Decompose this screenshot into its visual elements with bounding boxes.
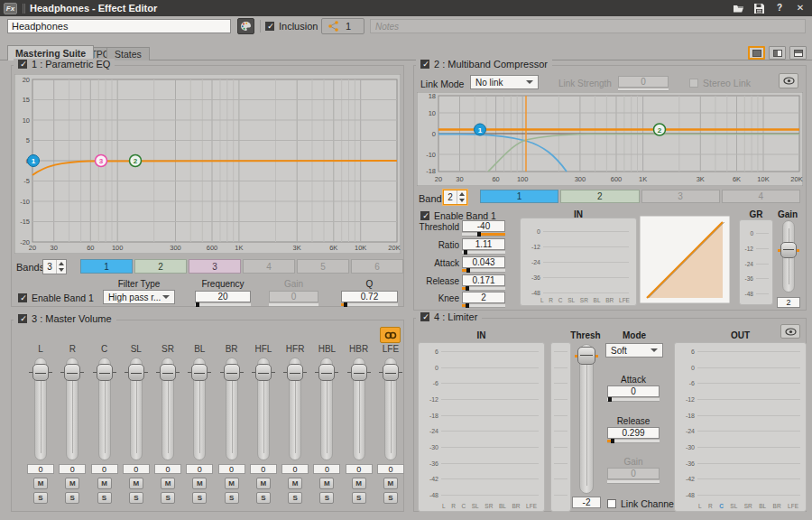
solo-button[interactable]: S [383,492,398,504]
layout-split-horizontal-button[interactable] [789,46,807,60]
mbc-band-1-marker[interactable]: 1 [475,124,486,135]
eq-band-button[interactable]: 2 [134,259,187,274]
limiter-threshold-fader[interactable] [575,343,598,495]
mute-button[interactable]: M [225,478,239,489]
limiter-mode-dropdown[interactable]: Soft [605,343,663,358]
solo-button[interactable]: S [256,492,271,504]
channel-volume-fader[interactable] [156,358,180,460]
limiter-attack-field[interactable]: 0 [607,385,660,397]
solo-button[interactable]: S [33,492,48,504]
channel-volume-fader[interactable] [379,358,402,460]
solo-button[interactable]: S [65,492,79,504]
eq-band-3-marker[interactable]: 3 [96,155,107,167]
fader-handle[interactable] [97,364,113,381]
fader-handle[interactable] [577,347,595,365]
mbc-crossover-graph[interactable]: 18 10 0 -10 -18 20 30 60 100 300 600 1K … [417,92,803,186]
channel-volume-value[interactable]: 0 [154,464,181,474]
channel-volume-value[interactable]: 0 [186,464,213,474]
object-name-input[interactable] [7,19,231,33]
mbc-band-button[interactable]: 3 [641,190,720,203]
channel-volume-fader[interactable] [315,358,338,460]
channel-volume-fader[interactable] [220,358,244,460]
limiter-threshold-value[interactable]: -2 [572,497,601,508]
channel-volume-value[interactable]: 0 [346,464,373,474]
eq-frequency-slider[interactable] [195,303,251,307]
channel-volume-fader[interactable] [283,358,307,460]
layout-single-button[interactable] [748,46,765,60]
channel-volume-fader[interactable] [60,358,84,460]
open-folder-icon[interactable] [732,3,744,14]
channel-volume-fader[interactable] [125,358,148,460]
channel-volume-value[interactable]: 0 [250,464,277,474]
fader-handle[interactable] [224,364,240,381]
fader-handle[interactable] [351,364,367,381]
limiter-attack-slider[interactable] [607,398,660,402]
channel-volume-fader[interactable] [347,358,371,460]
solo-button[interactable]: S [319,492,334,504]
eq-q-slider[interactable] [341,303,398,307]
fader-handle[interactable] [383,364,399,381]
master-volume-enable-checkbox[interactable] [18,314,27,323]
mute-button[interactable]: M [97,478,112,489]
solo-button[interactable]: S [192,492,207,504]
mute-button[interactable]: M [161,478,175,489]
mbc-release-slider[interactable] [462,287,505,291]
parametric-eq-enable-checkbox[interactable] [18,60,27,69]
eq-q-field[interactable]: 0.72 [341,291,398,302]
channel-volume-value[interactable]: 0 [218,464,245,474]
mbc-attack-field[interactable]: 0.043 [462,256,505,268]
solo-button[interactable]: S [352,492,366,504]
solo-button[interactable]: S [161,492,175,504]
channel-volume-fader[interactable] [252,358,275,460]
eq-band-button[interactable]: 6 [351,259,403,274]
channel-volume-value[interactable]: 0 [27,464,54,474]
fader-handle[interactable] [160,364,176,381]
mute-button[interactable]: M [288,478,302,489]
mute-button[interactable]: M [319,478,334,489]
channel-link-button[interactable] [380,327,401,343]
solo-button[interactable]: S [225,492,239,504]
fader-handle[interactable] [64,364,80,381]
color-palette-button[interactable] [237,18,254,34]
mbc-enable-band-checkbox[interactable] [420,211,429,220]
eq-band-button[interactable]: 3 [189,259,241,274]
mbc-gain-value[interactable]: 2 [777,297,800,308]
link-mode-dropdown[interactable]: No link [470,75,539,89]
mute-button[interactable]: M [383,478,398,489]
limiter-meter-visibility-button[interactable] [780,324,800,339]
multiband-compressor-enable-checkbox[interactable] [420,60,429,69]
mbc-knee-field[interactable]: 2 [462,292,505,303]
close-icon[interactable]: ✕ [794,3,807,14]
eq-frequency-field[interactable]: 20 [195,291,251,302]
mbc-meter-visibility-button[interactable] [779,73,798,88]
solo-button[interactable]: S [97,492,112,504]
eq-graph[interactable]: 20 15 10 5 0 -5 -10 -15 -20 20 30 60 100… [14,74,401,254]
mbc-band-button[interactable]: 2 [560,190,639,203]
limiter-release-field[interactable]: 0.299 [607,427,660,439]
fader-handle[interactable] [191,364,208,381]
save-icon[interactable] [752,3,765,14]
eq-band-button[interactable]: 5 [297,259,349,274]
solo-button[interactable]: S [129,492,143,504]
limiter-enable-checkbox[interactable] [420,312,429,321]
inclusion-checkbox[interactable] [265,22,274,31]
channel-volume-value[interactable]: 0 [123,464,150,474]
eq-band-1-marker[interactable]: 1 [28,155,40,167]
eq-band-button[interactable]: 1 [80,259,133,274]
fader-handle[interactable] [128,364,144,381]
link-channels-checkbox[interactable] [607,499,616,508]
eq-filter-type-dropdown[interactable]: High pass r... [103,290,175,304]
solo-button[interactable]: S [288,492,302,504]
fader-handle[interactable] [255,364,272,381]
mute-button[interactable]: M [129,478,143,489]
mbc-attack-slider[interactable] [462,269,505,273]
eq-bands-spinner[interactable]: 3 [42,259,67,274]
mbc-knee-slider[interactable] [462,304,505,308]
mbc-band-button[interactable]: 1 [480,190,558,203]
mute-button[interactable]: M [192,478,207,489]
layout-split-vertical-button[interactable] [769,46,786,60]
channel-volume-value[interactable]: 0 [377,464,404,474]
notes-input[interactable] [370,19,806,33]
eq-band-button[interactable]: 4 [243,259,295,274]
fader-handle[interactable] [780,242,797,258]
